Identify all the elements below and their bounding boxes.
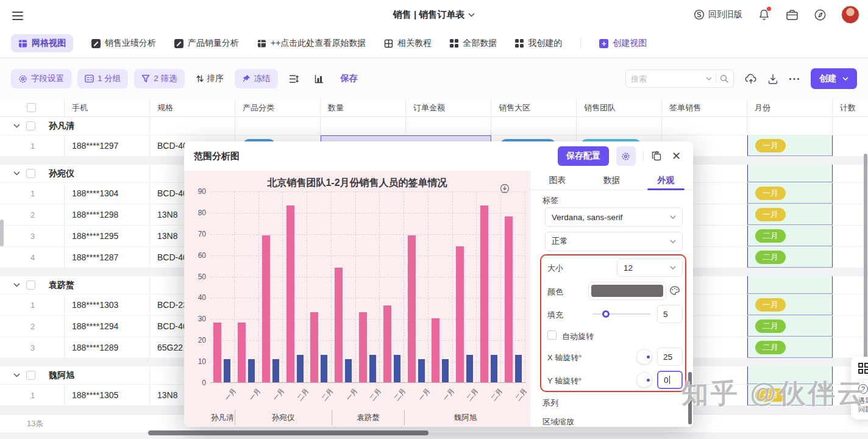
user-avatar[interactable] bbox=[841, 5, 859, 24]
tab-created-by-me[interactable]: 我创建的 bbox=[515, 38, 562, 49]
back-to-old-version-button[interactable]: 回到旧版 bbox=[694, 9, 742, 20]
group-checkbox[interactable] bbox=[26, 280, 35, 290]
modal-settings-button[interactable] bbox=[616, 146, 636, 166]
chart-insert-button[interactable] bbox=[310, 70, 329, 88]
bar-数量[interactable] bbox=[321, 355, 327, 382]
month-cell[interactable] bbox=[747, 165, 833, 182]
tab-all-data[interactable]: 全部数据 bbox=[450, 38, 497, 49]
tab-raw-data[interactable]: ++点击此处查看原始数据 bbox=[257, 38, 366, 49]
select-all-checkbox[interactable] bbox=[27, 103, 36, 112]
bar-订单金额[interactable] bbox=[335, 268, 343, 382]
data-cell[interactable]: 188****1287 bbox=[65, 247, 150, 268]
group-checkbox[interactable] bbox=[26, 169, 35, 178]
palette-icon[interactable] bbox=[669, 285, 680, 296]
y-rotate-dial[interactable] bbox=[636, 372, 652, 388]
search-box[interactable] bbox=[625, 70, 734, 88]
bar-数量[interactable] bbox=[491, 355, 497, 382]
group-collapse-icon[interactable] bbox=[13, 283, 20, 287]
color-picker[interactable] bbox=[588, 282, 666, 300]
tab-tutorials[interactable]: 相关教程 bbox=[384, 38, 432, 49]
data-cell[interactable] bbox=[833, 135, 868, 156]
group-title-cell[interactable]: 孙宛仪 bbox=[0, 165, 150, 182]
create-view-button[interactable]: + 创建视图 bbox=[599, 38, 647, 49]
sort-button[interactable]: 排序 bbox=[191, 69, 229, 88]
font-family-select[interactable]: Verdana, sans-serif bbox=[545, 207, 683, 227]
group-checkbox[interactable] bbox=[26, 371, 35, 380]
bar-数量[interactable] bbox=[297, 355, 304, 382]
month-cell[interactable]: 二月 bbox=[747, 247, 833, 268]
bar-数量[interactable] bbox=[394, 355, 400, 382]
tab-chart[interactable]: 图表 bbox=[530, 171, 585, 190]
column-header[interactable]: 销售团队 bbox=[577, 99, 662, 116]
y-rotate-input[interactable]: 0 bbox=[657, 371, 683, 389]
more-options-icon[interactable] bbox=[789, 77, 800, 80]
create-record-button[interactable]: 创建 bbox=[811, 68, 857, 89]
qr-code-icon[interactable] bbox=[858, 363, 868, 374]
help-icon[interactable]: ? bbox=[858, 384, 868, 394]
column-header[interactable]: 月份 bbox=[747, 99, 833, 116]
month-cell[interactable]: 一月 bbox=[747, 385, 833, 405]
padding-slider[interactable] bbox=[592, 305, 651, 323]
auto-rotate-checkbox[interactable] bbox=[547, 330, 557, 340]
column-header[interactable]: 签单销售 bbox=[662, 99, 747, 116]
row-height-button[interactable] bbox=[284, 70, 304, 88]
slider-knob[interactable] bbox=[602, 310, 610, 318]
month-cell[interactable]: 二月 bbox=[747, 316, 833, 337]
save-button[interactable]: 保存 bbox=[335, 69, 364, 88]
month-cell[interactable]: 一月 bbox=[747, 135, 833, 156]
data-cell[interactable]: 188****1294 bbox=[65, 316, 150, 337]
filter-button[interactable]: 2 筛选 bbox=[134, 69, 184, 88]
data-cell[interactable] bbox=[833, 183, 868, 204]
search-icon[interactable] bbox=[720, 74, 728, 83]
bar-数量[interactable] bbox=[418, 359, 425, 382]
tab-sales-performance[interactable]: 销售业绩分析 bbox=[91, 38, 156, 49]
group-collapse-icon[interactable] bbox=[13, 373, 20, 377]
field-settings-button[interactable]: 字段设置 bbox=[11, 69, 71, 88]
month-cell[interactable] bbox=[747, 276, 833, 294]
x-rotate-input[interactable]: 25 bbox=[657, 348, 683, 366]
bar-数量[interactable] bbox=[248, 359, 255, 382]
column-header[interactable]: 手机 bbox=[65, 99, 150, 116]
column-header[interactable]: 数量 bbox=[321, 99, 406, 116]
bar-订单金额[interactable] bbox=[359, 312, 367, 382]
column-header[interactable]: 规格 bbox=[150, 99, 235, 116]
bar-订单金额[interactable] bbox=[310, 312, 318, 382]
bar-数量[interactable] bbox=[442, 359, 449, 382]
group-title-cell[interactable]: 孙凡清 bbox=[0, 117, 150, 135]
data-cell[interactable]: 188****1297 bbox=[65, 135, 150, 156]
save-config-button[interactable]: 保存配置 bbox=[558, 146, 609, 166]
column-header[interactable]: 计数 bbox=[833, 99, 868, 116]
horizontal-scrollbar[interactable] bbox=[148, 430, 429, 435]
vertical-scrollbar[interactable] bbox=[864, 154, 867, 361]
group-checkbox[interactable] bbox=[26, 121, 35, 130]
data-cell[interactable] bbox=[833, 226, 868, 246]
bar-数量[interactable] bbox=[515, 355, 522, 382]
month-cell[interactable]: 一月 bbox=[747, 294, 833, 315]
workspace-apps-button[interactable] bbox=[785, 8, 799, 21]
bar-订单金额[interactable] bbox=[383, 305, 391, 382]
month-cell[interactable]: 一月 bbox=[747, 183, 833, 204]
bar-订单金额[interactable] bbox=[432, 318, 439, 382]
group-button[interactable]: 1 分组 bbox=[77, 69, 128, 88]
freeze-button[interactable]: 冻结 bbox=[235, 69, 278, 88]
data-cell[interactable]: 188****1295 bbox=[65, 226, 150, 246]
group-collapse-icon[interactable] bbox=[13, 171, 20, 176]
month-cell[interactable]: 二月 bbox=[747, 226, 833, 246]
bar-订单金额[interactable] bbox=[286, 205, 294, 382]
bar-订单金额[interactable] bbox=[505, 216, 513, 382]
bar-数量[interactable] bbox=[272, 359, 279, 382]
search-input[interactable] bbox=[631, 74, 702, 84]
group-title-cell[interactable]: 魏阿旭 bbox=[0, 366, 150, 384]
bar-订单金额[interactable] bbox=[480, 205, 488, 382]
data-cell[interactable] bbox=[833, 337, 868, 358]
download-icon[interactable] bbox=[768, 74, 778, 84]
bar-数量[interactable] bbox=[224, 359, 230, 382]
data-cell[interactable] bbox=[833, 294, 868, 315]
bar-订单金额[interactable] bbox=[238, 323, 246, 382]
group-title-cell[interactable]: 袁跻蝥 bbox=[0, 276, 150, 294]
bar-订单金额[interactable] bbox=[213, 323, 221, 382]
bar-数量[interactable] bbox=[466, 355, 473, 382]
chevron-down-icon[interactable] bbox=[706, 77, 712, 80]
data-cell[interactable] bbox=[833, 247, 868, 268]
data-cell[interactable]: 188****1303 bbox=[65, 294, 150, 315]
